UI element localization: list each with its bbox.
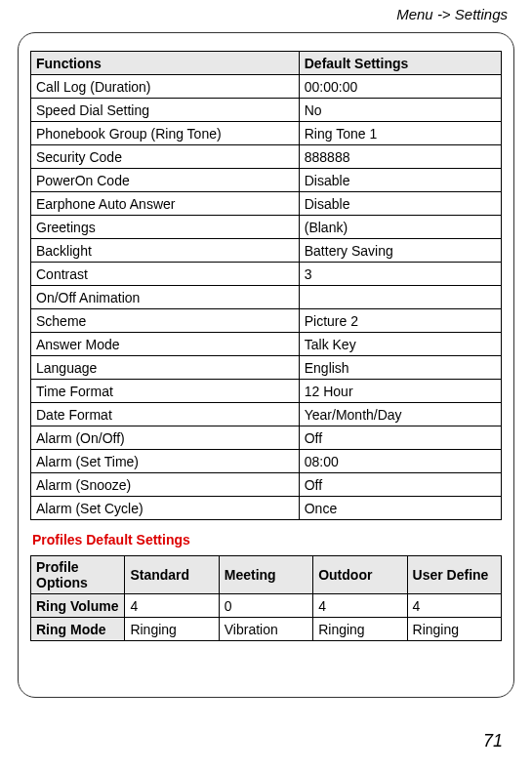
- cell-fn: Speed Dial Setting: [31, 99, 300, 122]
- cell-val: Picture 2: [299, 309, 501, 333]
- cell-val: 12 Hour: [299, 380, 501, 403]
- content-frame: Functions Default Settings Call Log (Dur…: [18, 32, 514, 698]
- cell-fn: Alarm (Snooze): [31, 473, 300, 497]
- table-row: Security Code888888: [31, 145, 502, 169]
- table-row: Phonebook Group (Ring Tone)Ring Tone 1: [31, 122, 502, 145]
- table-row: Alarm (Snooze)Off: [31, 473, 502, 497]
- col-standard: Standard: [125, 556, 219, 594]
- cell-val: Year/Month/Day: [299, 403, 501, 426]
- table-row: Date FormatYear/Month/Day: [31, 403, 502, 426]
- cell-val: 4: [407, 594, 501, 618]
- table-row: Contrast3: [31, 263, 502, 286]
- col-outdoor: Outdoor: [313, 556, 407, 594]
- cell-val: Ringing: [407, 618, 501, 641]
- cell-val: 4: [125, 594, 219, 618]
- cell-val: 3: [299, 263, 501, 286]
- cell-val: 4: [313, 594, 407, 618]
- table-row: SchemePicture 2: [31, 309, 502, 333]
- table-row: LanguageEnglish: [31, 356, 502, 380]
- cell-val: No: [299, 99, 501, 122]
- cell-val: [299, 286, 501, 309]
- cell-val: 00:00:00: [299, 75, 501, 99]
- col-default-settings: Default Settings: [299, 52, 501, 75]
- table-row: On/Off Animation: [31, 286, 502, 309]
- cell-val: Ringing: [313, 618, 407, 641]
- table-row: Earphone Auto AnswerDisable: [31, 192, 502, 216]
- row-ring-mode: Ring Mode: [31, 618, 125, 641]
- col-user-define: User Define: [407, 556, 501, 594]
- cell-val: Vibration: [219, 618, 312, 641]
- cell-fn: Alarm (On/Off): [31, 426, 300, 450]
- table-row: Answer ModeTalk Key: [31, 333, 502, 356]
- cell-fn: Security Code: [31, 145, 300, 169]
- cell-val: Disable: [299, 169, 501, 192]
- table-row: Time Format12 Hour: [31, 380, 502, 403]
- table-row: Ring Volume 4 0 4 4: [31, 594, 502, 618]
- cell-fn: Earphone Auto Answer: [31, 192, 300, 216]
- cell-val: Battery Saving: [299, 239, 501, 263]
- cell-fn: Date Format: [31, 403, 300, 426]
- cell-fn: Phonebook Group (Ring Tone): [31, 122, 300, 145]
- page-number: 71: [483, 731, 503, 751]
- cell-fn: Greetings: [31, 216, 300, 239]
- table-row: Alarm (On/Off)Off: [31, 426, 502, 450]
- cell-val: Disable: [299, 192, 501, 216]
- cell-val: 08:00: [299, 450, 501, 473]
- cell-fn: Contrast: [31, 263, 300, 286]
- row-ring-volume: Ring Volume: [31, 594, 125, 618]
- cell-fn: Alarm (Set Time): [31, 450, 300, 473]
- profiles-section-title: Profiles Default Settings: [32, 532, 502, 548]
- table-row: Call Log (Duration)00:00:00: [31, 75, 502, 99]
- cell-fn: Answer Mode: [31, 333, 300, 356]
- cell-fn: PowerOn Code: [31, 169, 300, 192]
- cell-val: Once: [299, 497, 501, 520]
- table-row: BacklightBattery Saving: [31, 239, 502, 263]
- cell-fn: Alarm (Set Cycle): [31, 497, 300, 520]
- profiles-table: Profile Options Standard Meeting Outdoor…: [30, 555, 502, 641]
- col-functions: Functions: [31, 52, 300, 75]
- cell-val: Talk Key: [299, 333, 501, 356]
- table-row: Greetings(Blank): [31, 216, 502, 239]
- cell-fn: Call Log (Duration): [31, 75, 300, 99]
- table-row: PowerOn CodeDisable: [31, 169, 502, 192]
- cell-val: (Blank): [299, 216, 501, 239]
- cell-fn: On/Off Animation: [31, 286, 300, 309]
- cell-val: 0: [219, 594, 312, 618]
- settings-table: Functions Default Settings Call Log (Dur…: [30, 51, 502, 520]
- cell-val: Off: [299, 473, 501, 497]
- cell-val: Off: [299, 426, 501, 450]
- cell-val: Ringing: [125, 618, 219, 641]
- table-row: Ring Mode Ringing Vibration Ringing Ring…: [31, 618, 502, 641]
- table-row: Speed Dial SettingNo: [31, 99, 502, 122]
- table-row: Alarm (Set Cycle)Once: [31, 497, 502, 520]
- cell-val: Ring Tone 1: [299, 122, 501, 145]
- settings-header-row: Functions Default Settings: [31, 52, 502, 75]
- col-meeting: Meeting: [219, 556, 312, 594]
- cell-val: English: [299, 356, 501, 380]
- breadcrumb: Menu -> Settings: [0, 0, 532, 26]
- cell-fn: Backlight: [31, 239, 300, 263]
- cell-fn: Time Format: [31, 380, 300, 403]
- profiles-header-row: Profile Options Standard Meeting Outdoor…: [31, 556, 502, 594]
- table-row: Alarm (Set Time)08:00: [31, 450, 502, 473]
- col-profile-options: Profile Options: [31, 556, 125, 594]
- cell-fn: Language: [31, 356, 300, 380]
- cell-fn: Scheme: [31, 309, 300, 333]
- cell-val: 888888: [299, 145, 501, 169]
